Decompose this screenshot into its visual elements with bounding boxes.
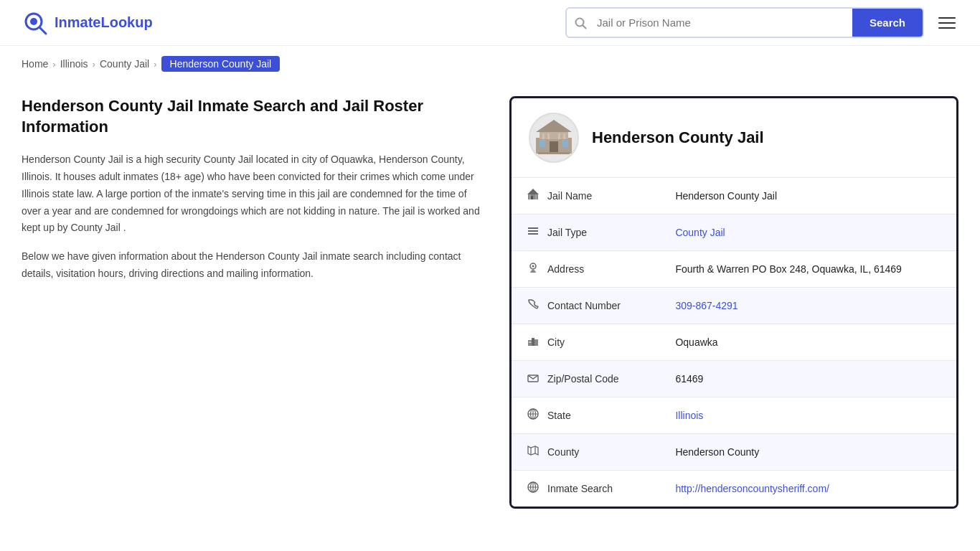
row-label: Address xyxy=(547,263,584,275)
info-table: Jail NameHenderson County JailJail TypeC… xyxy=(512,178,956,507)
header: InmateLookup Search xyxy=(0,0,980,46)
svg-rect-8 xyxy=(550,141,558,154)
svg-rect-19 xyxy=(529,194,531,199)
row-label: Jail Type xyxy=(547,227,587,238)
page-title: Henderson County Jail Inmate Search and … xyxy=(22,96,481,137)
table-row: Inmate Searchhttp://hendersoncountysheri… xyxy=(512,471,956,507)
row-label: State xyxy=(547,410,571,421)
row-value: 61469 xyxy=(661,361,956,397)
svg-rect-9 xyxy=(540,140,545,147)
main-content: Henderson County Jail Inmate Search and … xyxy=(0,82,980,537)
info-card: Henderson County Jail Jail NameHenderson… xyxy=(509,96,958,509)
svg-rect-28 xyxy=(534,339,538,346)
row-label: County xyxy=(547,446,579,458)
row-value: Henderson County xyxy=(661,434,956,471)
row-label: Jail Name xyxy=(547,190,592,202)
svg-marker-17 xyxy=(527,189,539,194)
row-icon xyxy=(526,371,540,387)
breadcrumb-current: Henderson County Jail xyxy=(161,56,281,72)
row-icon xyxy=(526,188,540,204)
table-row: CityOquawka xyxy=(512,324,956,361)
svg-rect-15 xyxy=(563,133,565,139)
breadcrumb-home[interactable]: Home xyxy=(22,58,48,70)
card-header: Henderson County Jail xyxy=(512,98,956,178)
description-paragraph-2: Below we have given information about th… xyxy=(22,248,481,283)
row-icon xyxy=(526,408,540,423)
svg-rect-20 xyxy=(536,194,537,199)
svg-point-1 xyxy=(30,18,37,25)
svg-rect-11 xyxy=(538,152,570,154)
breadcrumb-county-jail[interactable]: County Jail xyxy=(100,58,149,70)
row-value[interactable]: http://hendersoncountysheriff.com/ xyxy=(661,471,956,507)
row-icon xyxy=(526,298,540,314)
chevron-icon: › xyxy=(154,59,156,70)
chevron-icon: › xyxy=(93,59,95,70)
header-right: Search xyxy=(565,7,958,38)
svg-line-2 xyxy=(39,27,46,34)
table-row: Zip/Postal Code61469 xyxy=(512,361,956,397)
svg-point-25 xyxy=(532,265,534,268)
breadcrumb: Home › Illinois › County Jail › Henderso… xyxy=(0,46,980,82)
row-value[interactable]: 309-867-4291 xyxy=(661,288,956,324)
svg-rect-14 xyxy=(558,133,560,139)
row-value-link[interactable]: Illinois xyxy=(675,410,703,421)
logo-text: InmateLookup xyxy=(55,14,153,31)
breadcrumb-illinois[interactable]: Illinois xyxy=(60,58,88,70)
row-label: Zip/Postal Code xyxy=(547,373,619,385)
row-icon xyxy=(526,481,540,496)
row-value: Henderson County Jail xyxy=(661,178,956,215)
search-bar: Search xyxy=(565,7,924,38)
row-icon xyxy=(526,225,540,240)
row-icon xyxy=(526,444,540,460)
table-row: AddressFourth & Warren PO Box 248, Oquaw… xyxy=(512,251,956,288)
row-label: Inmate Search xyxy=(547,483,613,494)
svg-rect-18 xyxy=(531,196,533,199)
row-value-link[interactable]: 309-867-4291 xyxy=(675,300,738,311)
hamburger-line xyxy=(938,22,956,24)
jail-avatar xyxy=(529,113,579,163)
svg-marker-36 xyxy=(528,446,538,455)
svg-line-4 xyxy=(583,25,586,28)
row-value[interactable]: County Jail xyxy=(661,215,956,251)
logo-icon xyxy=(22,9,49,37)
svg-rect-10 xyxy=(562,140,568,147)
row-value-link[interactable]: http://hendersoncountysheriff.com/ xyxy=(675,483,829,494)
svg-marker-7 xyxy=(536,120,572,132)
row-label: Contact Number xyxy=(547,300,621,311)
description-paragraph-1: Henderson County Jail is a high security… xyxy=(22,151,481,237)
row-value: Fourth & Warren PO Box 248, Oquawka, IL,… xyxy=(661,251,956,288)
svg-rect-12 xyxy=(542,133,545,139)
card-title: Henderson County Jail xyxy=(592,128,764,147)
hamburger-line xyxy=(938,17,956,19)
logo[interactable]: InmateLookup xyxy=(22,9,153,37)
row-label: City xyxy=(547,336,565,348)
hamburger-line xyxy=(938,27,956,29)
search-input[interactable] xyxy=(594,9,852,36)
svg-rect-29 xyxy=(529,342,530,343)
table-row: Jail NameHenderson County Jail xyxy=(512,178,956,215)
left-column: Henderson County Jail Inmate Search and … xyxy=(22,96,481,294)
table-row: StateIllinois xyxy=(512,397,956,434)
row-value[interactable]: Illinois xyxy=(661,397,956,434)
svg-rect-13 xyxy=(547,133,550,139)
row-icon xyxy=(526,334,540,350)
svg-rect-30 xyxy=(530,342,532,343)
row-value: Oquawka xyxy=(661,324,956,361)
table-row: Contact Number309-867-4291 xyxy=(512,288,956,324)
search-icon xyxy=(567,17,594,29)
row-value-link[interactable]: County Jail xyxy=(675,227,725,238)
table-row: CountyHenderson County xyxy=(512,434,956,471)
search-button[interactable]: Search xyxy=(852,9,923,37)
chevron-icon: › xyxy=(52,59,55,70)
menu-button[interactable] xyxy=(936,14,958,32)
svg-rect-27 xyxy=(532,338,534,346)
table-row: Jail TypeCounty Jail xyxy=(512,215,956,251)
row-icon xyxy=(526,261,540,277)
